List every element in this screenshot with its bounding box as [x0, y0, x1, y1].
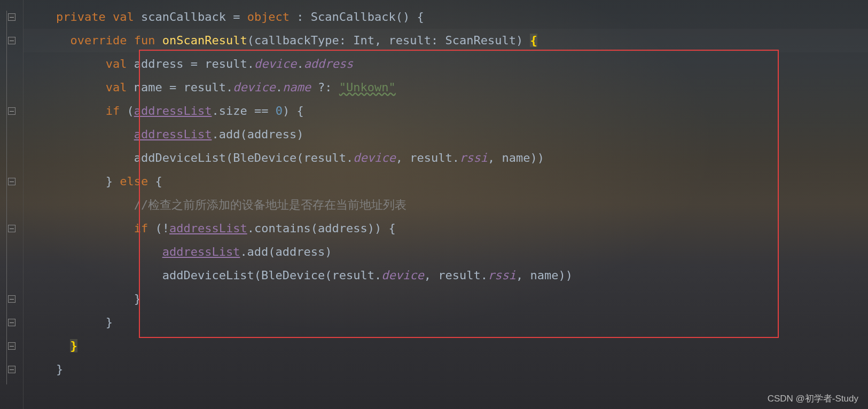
code-text: .add(address)	[240, 245, 332, 258]
code-line[interactable]: addressList.add(address)	[28, 240, 868, 264]
fold-icon[interactable]	[3, 217, 20, 240]
function-name: onScanResult	[162, 34, 247, 47]
indent	[28, 34, 56, 47]
code-line[interactable]: }	[28, 287, 868, 311]
code-line[interactable]: }	[28, 334, 868, 358]
indent	[28, 128, 113, 141]
code-text: , result.	[396, 151, 459, 164]
code-line[interactable]: } else {	[28, 170, 868, 193]
keyword: if	[134, 222, 148, 235]
fold-icon[interactable]	[3, 29, 20, 52]
indent	[28, 269, 141, 282]
indent	[28, 104, 84, 117]
fold-icon[interactable]	[3, 311, 20, 334]
identifier: scanCallback	[134, 10, 233, 23]
code-line[interactable]: addDeviceList(BleDevice(result.device, r…	[28, 264, 868, 287]
keyword: else	[120, 175, 148, 188]
indent	[28, 245, 141, 258]
param: )	[516, 34, 530, 47]
code-text: {	[148, 175, 162, 188]
fold-icon[interactable]	[3, 287, 20, 311]
fold-icon[interactable]	[3, 99, 20, 123]
indent	[28, 316, 84, 329]
code-line[interactable]: }	[28, 311, 868, 334]
param: (callbackType:	[247, 34, 354, 47]
code-line[interactable]: private val scanCallback = object : Scan…	[28, 5, 868, 29]
code-text: addDeviceList(BleDevice(result.	[134, 151, 354, 164]
keyword: val	[113, 10, 134, 23]
field-ref: addressList	[162, 245, 240, 258]
brace-close-matched: }	[70, 339, 77, 352]
property: rssi	[459, 151, 488, 164]
field-ref: addressList	[134, 104, 212, 117]
code-line[interactable]: //检查之前所添加的设备地址是否存在当前地址列表	[28, 193, 868, 217]
keyword: val	[106, 81, 127, 94]
code-text: addDeviceList(BleDevice(result.	[162, 269, 382, 282]
field-ref: addressList	[169, 222, 247, 235]
code-text: , result.	[424, 269, 488, 282]
code-text: , name))	[488, 151, 544, 164]
code-text: (	[120, 104, 134, 117]
code-text: .size ==	[212, 104, 275, 117]
keyword: override	[70, 34, 127, 47]
number: 0	[276, 104, 283, 117]
property: device	[233, 81, 275, 94]
brace: }	[56, 363, 63, 376]
fold-icon[interactable]	[3, 334, 20, 358]
code-editor[interactable]: private val scanCallback = object : Scan…	[0, 0, 868, 409]
indent	[28, 151, 113, 164]
indent	[28, 198, 113, 211]
code-line[interactable]: addressList.add(address)	[28, 123, 868, 146]
brace: }	[134, 292, 141, 305]
indent	[28, 222, 113, 235]
fold-icon[interactable]	[3, 358, 20, 381]
property: name	[283, 81, 311, 94]
code-line[interactable]: if (addressList.size == 0) {	[28, 99, 868, 123]
keyword: object	[240, 10, 296, 23]
indent	[28, 339, 56, 352]
indent	[28, 57, 84, 70]
indent	[28, 81, 84, 94]
property: device	[381, 269, 424, 282]
type: Int	[353, 34, 374, 47]
code-text: (!	[148, 222, 169, 235]
punct: :	[296, 10, 303, 23]
brace: }	[106, 316, 113, 329]
property: device	[254, 57, 296, 70]
brace: {	[417, 10, 424, 23]
type: ScanResult	[445, 34, 516, 47]
gutter[interactable]	[0, 0, 24, 409]
keyword: private	[56, 10, 106, 23]
code-text: , name))	[516, 269, 573, 282]
property: device	[353, 151, 395, 164]
indent	[28, 292, 113, 305]
keyword: fun	[127, 34, 162, 47]
code-line[interactable]: addDeviceList(BleDevice(result.device, r…	[28, 146, 868, 170]
brace-open-matched: {	[530, 34, 537, 47]
code-content[interactable]: private val scanCallback = object : Scan…	[24, 0, 868, 409]
code-text: .add(address)	[212, 128, 303, 141]
elvis-op: ?:	[311, 81, 339, 94]
string-literal: "Unkown"	[339, 81, 396, 94]
fold-icon[interactable]	[3, 5, 20, 29]
dot: .	[276, 81, 283, 94]
code-line[interactable]: }	[28, 358, 868, 381]
param: , result:	[374, 34, 445, 47]
fold-icon[interactable]	[3, 170, 20, 193]
field-ref: addressList	[134, 128, 212, 141]
code-text: name = result.	[127, 81, 233, 94]
code-line[interactable]: val name = result.device.name ?: "Unkown…	[28, 76, 868, 99]
code-line[interactable]: if (!addressList.contains(address)) {	[28, 217, 868, 240]
comment: //检查之前所添加的设备地址是否存在当前地址列表	[134, 198, 407, 211]
dot: .	[296, 57, 303, 70]
property: address	[304, 57, 354, 70]
type: ScanCallback()	[304, 10, 417, 23]
code-text: .contains(address)) {	[247, 222, 396, 235]
watermark: CSDN @初学者-Study	[768, 392, 858, 405]
code-text: }	[106, 175, 120, 188]
property: rssi	[488, 269, 516, 282]
code-line[interactable]: val address = result.device.address	[28, 52, 868, 76]
keyword: val	[106, 57, 127, 70]
code-text: address = result.	[127, 57, 254, 70]
code-line[interactable]: override fun onScanResult(callbackType: …	[28, 29, 868, 52]
